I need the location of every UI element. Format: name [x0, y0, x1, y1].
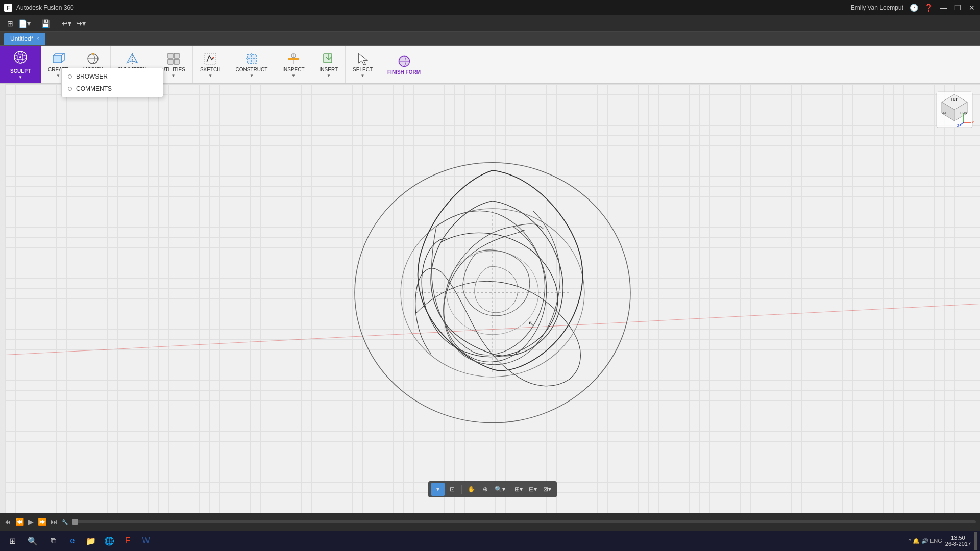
select-label: SELECT	[353, 67, 373, 72]
utilities-label: UTILITIES	[161, 67, 185, 72]
toolbar-strip: ⊞ 📄▾ 💾 ↩▾ ↪▾	[0, 15, 980, 32]
insert-label: INSERT	[320, 67, 338, 72]
utilities-icon	[166, 52, 181, 66]
main-canvas[interactable]: ↖ TOP LEFT FRONT	[5, 84, 980, 513]
minimize-button[interactable]: —	[939, 4, 947, 12]
comments-menu-item[interactable]: COMMENTS	[62, 83, 163, 95]
timeline-settings-button[interactable]: 🔧	[62, 519, 68, 525]
svg-point-5	[92, 53, 94, 55]
svg-text:↖: ↖	[528, 319, 534, 328]
undo-button[interactable]: ↩▾	[60, 17, 72, 30]
timeline-next-button[interactable]: ⏩	[38, 518, 46, 526]
svg-text:y: y	[963, 111, 965, 116]
taskbar-clock: 13:50 26-8-2017	[945, 535, 971, 547]
start-button[interactable]: ⊞	[3, 532, 21, 550]
display-settings-button[interactable]: ⊡	[446, 483, 459, 496]
workspace: ↖ TOP LEFT FRONT	[0, 84, 980, 513]
insert-button[interactable]: INSERT ▼	[316, 49, 341, 80]
create-arrow-icon: ▼	[56, 73, 60, 78]
tab-bar: Untitled* ×	[0, 32, 980, 46]
fusion360-app[interactable]: F	[119, 533, 136, 549]
sculpt-icon	[13, 49, 28, 67]
grid-options-button[interactable]: ⊞▾	[512, 483, 525, 496]
sketch-button[interactable]: SKETCH ▼	[197, 49, 224, 80]
timeline-track[interactable]	[72, 520, 976, 523]
insert-items: INSERT ▼	[316, 48, 341, 81]
redo-button[interactable]: ↪▾	[75, 17, 87, 30]
view-cube[interactable]: TOP LEFT FRONT x y z	[934, 89, 975, 130]
file-menu-button[interactable]: 📄▾	[18, 17, 31, 30]
timeline-to-end-button[interactable]: ⏭	[51, 518, 58, 526]
svg-rect-12	[205, 53, 216, 64]
user-name: Emily Van Leemput	[851, 4, 903, 11]
timeline: ⏮ ⏪ ▶ ⏩ ⏭ 🔧	[0, 513, 980, 531]
timeline-marker[interactable]	[72, 519, 78, 525]
3d-model: ↖	[339, 150, 646, 436]
layout-options-button[interactable]: ⊠▾	[541, 483, 554, 496]
inspect-button[interactable]: INSPECT ▼	[279, 49, 307, 80]
svg-point-3	[19, 56, 21, 58]
symmetry-icon	[125, 52, 139, 66]
search-button[interactable]: 🔍	[23, 532, 42, 550]
show-desktop-button[interactable]	[974, 532, 977, 550]
sculpt-mode-button[interactable]: SCULPT ▼	[0, 46, 41, 83]
svg-text:z: z	[957, 123, 959, 128]
inspect-items: INSPECT ▼	[279, 48, 307, 81]
toolbar-divider-2	[56, 19, 56, 28]
sketch-label: SKETCH	[200, 67, 221, 72]
timeline-to-start-button[interactable]: ⏮	[4, 518, 11, 526]
save-button[interactable]: 💾	[39, 17, 52, 30]
document-tab[interactable]: Untitled* ×	[4, 33, 45, 45]
browser-menu-item[interactable]: BROWSER	[62, 70, 163, 83]
canvas-area[interactable]: ↖ TOP LEFT FRONT	[5, 84, 980, 513]
ribbon-group-select: SELECT ▼	[346, 46, 380, 83]
view-mode-button[interactable]: ▾	[431, 483, 445, 496]
construct-icon	[244, 52, 259, 66]
title-bar: F Autodesk Fusion 360 Emily Van Leemput …	[0, 0, 980, 15]
ribbon-group-inspect: INSPECT ▼	[275, 46, 312, 83]
word-app[interactable]: W	[138, 533, 154, 549]
snap-options-button[interactable]: ⊟▾	[526, 483, 540, 496]
ribbon-group-insert: INSERT ▼	[312, 46, 346, 83]
zoom-options-button[interactable]: 🔍▾	[493, 483, 506, 496]
bottom-toolbar-divider-2	[509, 485, 509, 494]
grid-menu-button[interactable]: ⊞	[4, 17, 16, 30]
finish-form-label: FINISH FORM	[387, 69, 421, 75]
select-button[interactable]: SELECT ▼	[350, 49, 376, 80]
taskbar-icons: ^ 🔔 🔊 ENG	[909, 538, 942, 544]
maximize-button[interactable]: ❐	[953, 4, 962, 12]
inspect-arrow-icon: ▼	[291, 73, 296, 78]
toolbar-divider-1	[35, 19, 35, 28]
task-view-button[interactable]: ⧉	[44, 532, 62, 550]
chrome-app[interactable]: 🌐	[101, 533, 117, 549]
browser-label: BROWSER	[76, 73, 108, 80]
timeline-prev-button[interactable]: ⏪	[15, 518, 24, 526]
construct-label: CONSTRUCT	[235, 67, 267, 72]
zoom-button[interactable]: ⊕	[479, 483, 492, 496]
ribbon-group-sketch: SKETCH ▼	[193, 46, 229, 83]
inspect-icon	[286, 52, 301, 66]
close-button[interactable]: ✕	[968, 4, 976, 12]
sketch-items: SKETCH ▼	[197, 48, 224, 81]
svg-text:x: x	[972, 120, 974, 124]
file-explorer-app[interactable]: 📁	[83, 533, 99, 549]
taskbar-date-value: 26-8-2017	[945, 541, 971, 547]
y-axis-line	[322, 161, 322, 457]
title-bar-left: F Autodesk Fusion 360	[4, 4, 74, 12]
edge-browser-app[interactable]: e	[64, 533, 81, 549]
tab-title: Untitled*	[10, 35, 33, 42]
title-bar-title: Autodesk Fusion 360	[16, 4, 74, 11]
svg-point-13	[213, 57, 214, 58]
tab-close-button[interactable]: ×	[36, 36, 39, 41]
timeline-play-button[interactable]: ▶	[28, 518, 34, 526]
construct-button[interactable]: CONSTRUCT ▼	[232, 49, 271, 80]
ribbon-group-finish-form: FINISH FORM	[380, 46, 428, 83]
finish-form-button[interactable]: FINISH FORM	[384, 52, 424, 77]
taskbar-time-value: 13:50	[951, 535, 965, 541]
comments-dot-icon	[68, 87, 72, 91]
svg-rect-10	[168, 59, 173, 64]
pan-button[interactable]: ✋	[464, 483, 478, 496]
modify-icon	[86, 52, 100, 66]
construct-items: CONSTRUCT ▼	[232, 48, 271, 81]
comments-label: COMMENTS	[76, 85, 112, 92]
